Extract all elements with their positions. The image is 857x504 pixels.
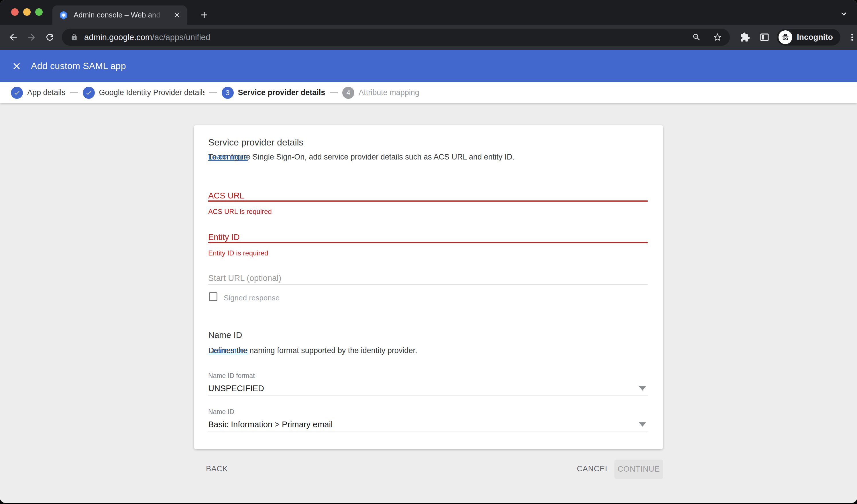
admin-console-favicon-icon <box>59 10 68 20</box>
url-path: /ac/apps/unified <box>152 33 210 42</box>
browser-window: Admin console – Web and mob <box>0 0 857 503</box>
dialog-title: Add custom SAML app <box>31 61 126 71</box>
tab-strip: Admin console – Web and mob <box>0 0 857 24</box>
tab-close-icon[interactable] <box>172 10 182 20</box>
wizard-stepper: App details Google Identity Provider det… <box>0 82 857 103</box>
name-id-description: Defines the naming format supported by t… <box>208 346 248 355</box>
reload-icon[interactable] <box>42 29 58 45</box>
name-id-format-select-value[interactable]: UNSPECIFIED <box>208 384 264 393</box>
step-1-check-icon <box>11 87 23 99</box>
step-4-number: 4 <box>342 87 354 99</box>
step-2-label: Google Identity Provider details <box>99 88 204 97</box>
step-connector <box>330 92 338 93</box>
entity-id-error-text: Entity ID is required <box>208 249 268 257</box>
step-4-label: Attribute mapping <box>358 88 419 97</box>
step-2-check-icon <box>83 87 95 99</box>
close-window-button[interactable] <box>11 8 19 16</box>
step-1-label: App details <box>27 88 66 97</box>
incognito-label: Incognito <box>797 33 833 42</box>
step-3-label: Service provider details <box>238 88 325 97</box>
forward-icon[interactable] <box>23 29 39 45</box>
acs-url-field-label: ACS URL <box>208 191 244 200</box>
name-id-chevron-down-icon[interactable] <box>639 422 646 427</box>
continue-button[interactable]: CONTINUE <box>615 459 663 479</box>
close-dialog-icon[interactable] <box>10 60 23 72</box>
tab-search-chevron-icon[interactable] <box>838 8 850 19</box>
name-id-heading: Name ID <box>208 330 242 340</box>
window-controls <box>11 8 43 16</box>
signed-response-checkbox[interactable] <box>209 292 217 301</box>
name-id-select-label: Name ID <box>208 408 234 416</box>
name-id-format-select[interactable] <box>208 396 648 396</box>
entity-id-field-label: Entity ID <box>208 233 240 242</box>
step-service-provider-details: 3 Service provider details <box>222 87 325 99</box>
card-heading: Service provider details <box>208 137 304 148</box>
name-id-description-text: Defines the naming format supported by t… <box>208 346 417 355</box>
tab-title: Admin console – Web and mob <box>73 11 163 19</box>
lock-icon[interactable] <box>70 34 78 41</box>
step-connector <box>70 92 78 93</box>
acs-url-error-text: ACS URL is required <box>208 207 272 216</box>
fullscreen-window-button[interactable] <box>35 8 43 16</box>
new-tab-button[interactable] <box>196 7 212 23</box>
card-description: To configure Single Sign-On, add service… <box>208 153 248 162</box>
dialog-header: Add custom SAML app <box>0 50 857 82</box>
screen: Admin console – Web and mob <box>0 0 857 504</box>
back-icon[interactable] <box>5 29 21 45</box>
step-app-details: App details <box>11 87 66 99</box>
start-url-placeholder: Start URL (optional) <box>208 273 281 283</box>
step-3-number: 3 <box>222 87 234 99</box>
step-connector <box>209 92 217 93</box>
step-google-idp-details: Google Identity Provider details <box>83 87 204 99</box>
url-host: admin.google.com <box>84 33 152 42</box>
zoom-out-icon[interactable] <box>692 33 701 42</box>
browser-menu-kebab-icon[interactable] <box>844 30 857 45</box>
name-id-format-chevron-down-icon[interactable] <box>639 386 646 391</box>
step-attribute-mapping: 4 Attribute mapping <box>342 87 419 99</box>
name-id-select[interactable] <box>208 432 648 432</box>
side-panel-icon[interactable] <box>757 30 772 45</box>
signed-response-label: Signed response <box>224 293 280 302</box>
cancel-button[interactable]: CANCEL <box>577 465 609 473</box>
minimize-window-button[interactable] <box>23 8 31 16</box>
name-id-select-value[interactable]: Basic Information > Primary email <box>208 420 333 429</box>
start-url-input[interactable] <box>208 284 648 285</box>
url-text[interactable]: admin.google.com/ac/apps/unified <box>84 33 210 42</box>
browser-toolbar: admin.google.com/ac/apps/unified Inc <box>0 24 857 50</box>
acs-url-input[interactable] <box>208 200 648 202</box>
back-button[interactable]: BACK <box>206 465 228 473</box>
profile-incognito-pill[interactable]: Incognito <box>777 29 840 46</box>
extensions-puzzle-icon[interactable] <box>737 30 753 45</box>
address-bar[interactable]: admin.google.com/ac/apps/unified <box>62 29 730 46</box>
card-description-text: To configure Single Sign-On, add service… <box>208 153 515 162</box>
bookmark-star-icon[interactable] <box>713 32 722 42</box>
name-id-format-label: Name ID format <box>208 372 255 380</box>
browser-tab[interactable]: Admin console – Web and mob <box>52 5 187 24</box>
incognito-icon <box>778 30 792 44</box>
service-provider-details-card: Service provider details To configure Si… <box>194 125 663 449</box>
entity-id-input[interactable] <box>208 242 648 243</box>
